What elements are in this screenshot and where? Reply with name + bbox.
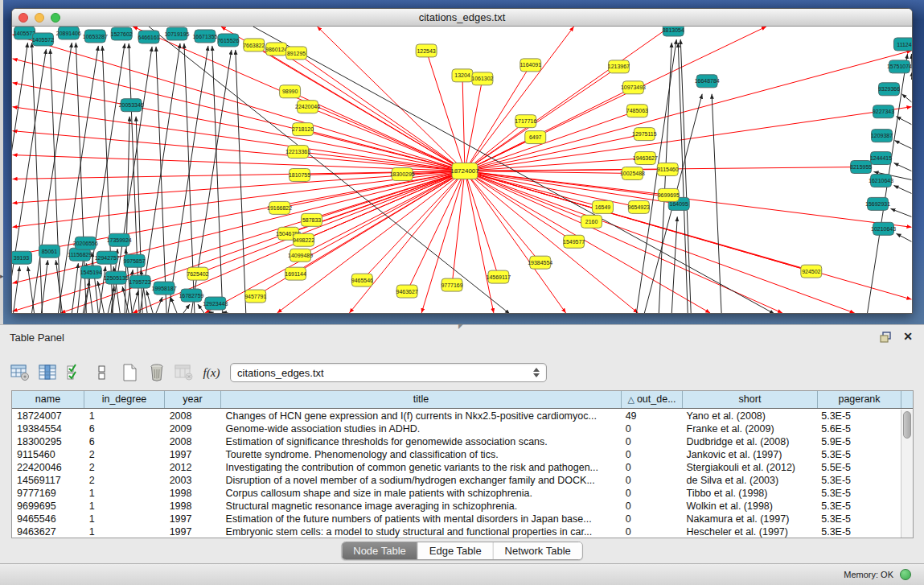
svg-text:122543: 122543 [417, 48, 435, 54]
table-cell: Changes of HCN gene expression and I(f) … [221, 410, 621, 422]
tab-network-table[interactable]: Network Table [494, 542, 582, 559]
table-row[interactable]: 1872400712008Changes of HCN gene express… [12, 410, 900, 422]
table-cell: 5.3E-5 [816, 525, 900, 538]
svg-text:12213363: 12213363 [285, 149, 310, 154]
table-cell: Dudbridge et al. (2008) [682, 435, 817, 448]
node-table: namein_degreeyeartitle△out_de...shortpag… [11, 390, 914, 538]
memory-status-label: Memory: OK [844, 570, 893, 579]
table-row[interactable]: 1830029562008Estimation of significance … [12, 435, 900, 448]
svg-text:8813054: 8813054 [663, 27, 684, 33]
column-header[interactable]: △out_de... [622, 391, 683, 408]
svg-text:16549: 16549 [595, 204, 611, 210]
svg-text:10973493: 10973493 [621, 84, 646, 90]
table-panel-header: ◤ Table Panel ✕ [0, 325, 924, 349]
svg-text:20053346: 20053346 [119, 102, 144, 108]
scrollbar-thumb[interactable] [903, 411, 911, 439]
create-table-icon[interactable] [117, 361, 142, 384]
table-cell: 1998 [165, 487, 221, 500]
svg-text:9654923: 9654923 [628, 204, 650, 210]
float-panel-icon[interactable] [880, 332, 892, 343]
column-header[interactable]: short [683, 391, 818, 408]
table-panel: ◤ Table Panel ✕ f(x) [0, 324, 924, 563]
close-panel-icon[interactable]: ✕ [903, 330, 913, 343]
svg-text:9777169: 9777169 [441, 282, 462, 288]
svg-text:9329366: 9329366 [878, 86, 900, 92]
vertical-scrollbar[interactable] [901, 410, 913, 538]
network-view-window[interactable]: citations_edges.txt 14055721405572208914… [11, 8, 913, 314]
column-header[interactable]: in_degree [84, 391, 165, 408]
svg-text:10719195: 10719195 [164, 31, 189, 37]
svg-text:587833: 587833 [302, 217, 321, 223]
svg-text:16210643: 16210643 [869, 178, 893, 183]
network-canvas[interactable]: 1405572140557220891406106532871527602646… [12, 27, 912, 313]
svg-text:1405572: 1405572 [32, 37, 54, 43]
svg-text:9465546: 9465546 [351, 278, 373, 283]
column-header[interactable]: pagerank [818, 391, 901, 408]
minimize-window-icon[interactable] [35, 13, 44, 23]
table-row[interactable]: 946554611997Estimation of the future num… [12, 513, 900, 525]
table-row[interactable]: 1456911722003Disruption of a novel membe… [12, 474, 900, 487]
tab-node-table[interactable]: Node Table [342, 542, 418, 559]
table-cell: 9463627 [12, 525, 84, 538]
svg-text:11156829: 11156829 [68, 252, 92, 257]
zoom-window-icon[interactable] [51, 13, 60, 23]
tab-edge-table[interactable]: Edge Table [418, 542, 494, 559]
table-cell: 5.3E-5 [816, 474, 900, 487]
collapsed-panel-marker[interactable]: ▸ [0, 272, 4, 280]
panel-resize-handle[interactable]: ◤ [458, 323, 463, 330]
table-row[interactable]: 1938455462009Genome-wide association stu… [12, 422, 900, 435]
table-cell: 18300295 [12, 435, 84, 448]
window-title: citations_edges.txt [12, 9, 912, 26]
table-row[interactable]: 977716911998Corpus callosum shape and si… [12, 487, 900, 500]
delete-column-icon[interactable] [172, 361, 196, 384]
svg-text:2718120: 2718120 [292, 126, 314, 132]
function-builder-icon[interactable]: f(x) [199, 361, 224, 384]
table-cell: 1 [84, 487, 165, 500]
table-cell: 2008 [165, 435, 221, 448]
delete-table-icon[interactable] [145, 361, 169, 384]
svg-text:1527602: 1527602 [111, 31, 133, 37]
panel-title: Table Panel [10, 332, 64, 344]
sort-ascending-icon: △ [627, 394, 634, 404]
table-cell: Hescheler et al. (1997) [682, 525, 817, 538]
table-row[interactable]: 946362711997Embryonic stem cells: a mode… [12, 525, 900, 538]
table-cell: 9699695 [12, 500, 84, 513]
show-columns-icon[interactable] [35, 361, 60, 384]
table-cell: 2 [84, 448, 165, 461]
table-selector-value: citations_edges.txt [237, 367, 533, 379]
column-header[interactable]: title [221, 391, 622, 408]
table-cell: 0 [621, 474, 682, 487]
column-header[interactable]: year [165, 391, 221, 408]
table-settings-icon[interactable] [8, 361, 32, 384]
svg-text:12923448: 12923448 [203, 301, 228, 307]
table-cell: 1 [84, 500, 165, 513]
window-titlebar[interactable]: citations_edges.txt [12, 9, 912, 27]
table-cell: 2009 [165, 422, 221, 435]
svg-text:8215955: 8215955 [850, 164, 872, 170]
table-cell: 0 [621, 513, 682, 525]
row-height-icon[interactable] [90, 361, 114, 384]
svg-text:9227343: 9227343 [873, 109, 894, 114]
table-cell: 5.3E-5 [816, 513, 900, 525]
svg-text:6466161: 6466161 [138, 35, 160, 40]
select-mode-icon[interactable] [63, 361, 87, 384]
table-toolbar: f(x) citations_edges.txt [8, 357, 227, 388]
table-cell: 5.3E-5 [816, 410, 900, 422]
svg-text:11124: 11124 [897, 42, 911, 47]
svg-text:22420046: 22420046 [295, 104, 320, 109]
table-row[interactable]: 911546021997Tourette syndrome. Phenomeno… [12, 448, 900, 461]
svg-text:2160: 2160 [585, 219, 598, 225]
svg-text:1549577: 1549577 [563, 239, 585, 245]
table-cell: 5.6E-5 [816, 422, 900, 435]
table-cell: 5.9E-5 [816, 435, 900, 448]
close-window-icon[interactable] [18, 13, 28, 23]
table-row[interactable]: 969969511998Structural magnetic resonanc… [12, 500, 900, 513]
svg-text:924502: 924502 [802, 269, 820, 274]
table-cell: 0 [621, 448, 682, 461]
column-header[interactable]: name [12, 391, 84, 408]
table-row[interactable]: 2242004622012Investigating the contribut… [12, 461, 900, 474]
svg-text:19384554: 19384554 [528, 260, 552, 266]
memory-ok-indicator[interactable] [900, 569, 911, 580]
table-cell: 1997 [165, 525, 221, 538]
table-selector-dropdown[interactable]: citations_edges.txt [230, 363, 547, 382]
